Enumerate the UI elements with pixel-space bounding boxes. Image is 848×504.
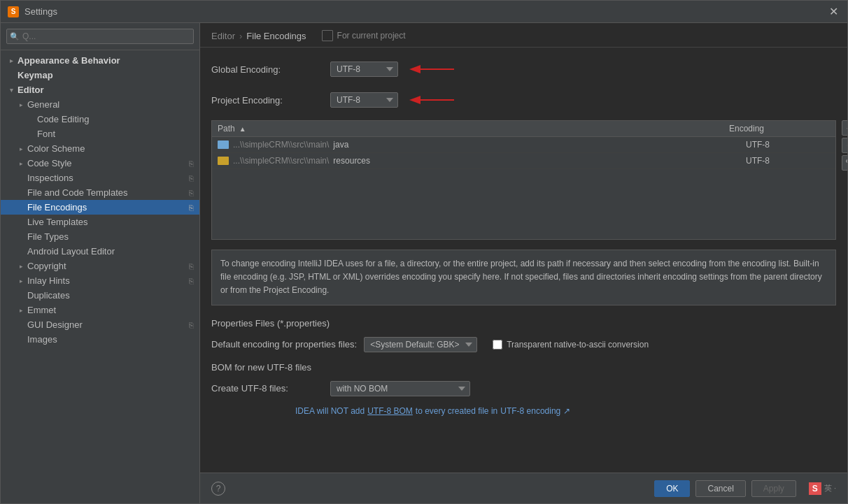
sidebar-item-label: Images [27, 334, 57, 345]
file-encoding-table-wrapper: Path ▲ Encoding ...\\simpleCRM\\src\\mai… [211, 120, 836, 240]
footer: ? OK Cancel Apply S 英 · [200, 473, 847, 503]
expand-arrow-inlay-hints [16, 276, 26, 286]
sidebar-item-label: Appearance & Behavior [17, 55, 120, 66]
transparent-checkbox[interactable] [493, 340, 502, 350]
project-encoding-select[interactable]: UTF-8 UTF-16 ISO-8859-1 [330, 92, 398, 108]
col-actions-header [813, 124, 830, 134]
sidebar-item-live-templates[interactable]: Live Templates [1, 215, 199, 229]
close-button[interactable]: ✕ [829, 6, 840, 17]
table-empty-space [212, 169, 835, 239]
sidebar-item-inspections[interactable]: Inspections ⎘ [1, 171, 199, 185]
folder-icon-yellow [218, 157, 229, 165]
sidebar-item-label: Code Editing [37, 114, 89, 124]
main-panel: Editor › File Encodings For current proj… [200, 23, 847, 503]
sidebar-item-emmet[interactable]: Emmet [1, 303, 199, 317]
col-path-header[interactable]: Path ▲ [218, 124, 729, 134]
project-encoding-label: Project Encoding: [211, 95, 323, 106]
sidebar-item-label: Live Templates [27, 217, 87, 227]
sidebar-item-file-code-templates[interactable]: File and Code Templates ⎘ [1, 185, 199, 200]
table-row[interactable]: ...\\simpleCRM\\src\\main\resources UTF-… [212, 153, 835, 169]
apply-button[interactable]: Apply [751, 480, 796, 497]
breadcrumb: Editor › File Encodings For current proj… [200, 23, 847, 48]
sidebar-item-file-encodings[interactable]: File Encodings ⎘ [1, 200, 199, 215]
project-encoding-row: Project Encoding: UTF-8 UTF-16 ISO-8859-… [211, 89, 836, 110]
edit-row-button[interactable]: ✎ [842, 155, 847, 171]
bom-create-row: Create UTF-8 files: with NO BOM with BOM [211, 381, 836, 396]
sidebar: 🔍 Appearance & Behavior Keymap [1, 23, 200, 503]
sidebar-item-label: Keymap [17, 70, 53, 80]
arrow-annotation-project [405, 89, 461, 110]
bom-section: BOM for new UTF-8 files Create UTF-8 fil… [211, 362, 836, 416]
sidebar-item-duplicates[interactable]: Duplicates [1, 288, 199, 303]
watermark-text: 英 · [824, 483, 836, 494]
info-text: To change encoding IntelliJ IDEA uses fo… [220, 259, 822, 295]
sidebar-item-code-editing[interactable]: Code Editing [1, 112, 199, 127]
idea-note-arrow: ↗ [563, 406, 570, 416]
col-path-label: Path [218, 124, 235, 134]
for-project-label: For current project [337, 31, 406, 41]
encoding-value-1: UTF-8 [746, 140, 830, 150]
folder-icon-blue [218, 141, 229, 149]
settings-body: Global Encoding: UTF-8 UTF-16 ISO-8859-1 [200, 48, 847, 473]
sidebar-item-images[interactable]: Images [1, 332, 199, 347]
properties-encoding-row: Default encoding for properties files: <… [211, 337, 836, 352]
expand-arrow-copyright [16, 261, 26, 271]
path-prefix-1: ...\\simpleCRM\\src\\main\ [233, 140, 329, 150]
for-project-link[interactable]: For current project [322, 30, 406, 41]
window-title: Settings [24, 6, 829, 17]
sidebar-item-label: File Types [27, 231, 69, 242]
idea-note: IDEA will NOT add UTF-8 BOM to every cre… [295, 406, 836, 416]
sidebar-item-file-types[interactable]: File Types [1, 229, 199, 244]
sidebar-item-appearance[interactable]: Appearance & Behavior [1, 53, 199, 68]
app-icon: S [8, 6, 19, 17]
sidebar-item-inlay-hints[interactable]: Inlay Hints ⎘ [1, 273, 199, 288]
sidebar-item-code-style[interactable]: Code Style ⎘ [1, 156, 199, 171]
sidebar-item-label: Inspections [27, 173, 73, 183]
sidebar-item-color-scheme[interactable]: Color Scheme [1, 141, 199, 156]
table-header: Path ▲ Encoding [212, 121, 835, 137]
sidebar-item-keymap[interactable]: Keymap [1, 68, 199, 82]
sidebar-item-gui-designer[interactable]: GUI Designer ⎘ [1, 317, 199, 332]
encoding-value-2: UTF-8 [746, 156, 830, 166]
arrow-annotation-global [405, 59, 461, 80]
table-action-buttons: + − ✎ [842, 120, 847, 171]
cancel-button[interactable]: Cancel [695, 480, 745, 497]
sidebar-item-font[interactable]: Font [1, 127, 199, 141]
idea-note-encoding: UTF-8 encoding [500, 406, 560, 416]
sidebar-item-android-layout[interactable]: Android Layout Editor [1, 244, 199, 259]
copy-icon-file-encodings: ⎘ [189, 203, 194, 212]
sidebar-item-label: File Encodings [27, 202, 87, 213]
search-input[interactable] [6, 29, 194, 44]
help-button[interactable]: ? [211, 482, 225, 496]
search-icon: 🔍 [10, 32, 20, 41]
transparent-label: Transparent native-to-ascii conversion [507, 340, 649, 350]
sort-arrow: ▲ [239, 125, 246, 133]
sidebar-item-copyright[interactable]: Copyright ⎘ [1, 259, 199, 273]
global-encoding-label: Global Encoding: [211, 64, 323, 75]
sidebar-item-general[interactable]: General [1, 97, 199, 112]
path-bold-2: resources [333, 156, 370, 166]
global-encoding-select[interactable]: UTF-8 UTF-16 ISO-8859-1 [330, 62, 398, 77]
sidebar-item-editor[interactable]: Editor [1, 82, 199, 97]
ok-button[interactable]: OK [654, 480, 690, 497]
expand-arrow-color-scheme [16, 144, 26, 154]
add-row-button[interactable]: + [842, 120, 847, 136]
settings-window: S Settings ✕ 🔍 Appearance & Behavior [0, 0, 848, 504]
info-box: To change encoding IntelliJ IDEA uses fo… [211, 250, 836, 305]
table-body: ...\\simpleCRM\\src\\main\java UTF-8 ...… [212, 137, 835, 239]
bom-create-select[interactable]: with NO BOM with BOM [330, 381, 470, 396]
expand-arrow-editor [6, 85, 16, 95]
main-content: 🔍 Appearance & Behavior Keymap [1, 23, 847, 503]
sidebar-item-label: GUI Designer [27, 319, 83, 330]
copy-icon-file-code-templates: ⎘ [189, 189, 194, 197]
breadcrumb-separator: › [239, 31, 242, 41]
sidebar-item-label: General [27, 99, 59, 110]
table-row[interactable]: ...\\simpleCRM\\src\\main\java UTF-8 [212, 137, 835, 153]
col-encoding-header[interactable]: Encoding [729, 124, 813, 134]
watermark-s: S [809, 482, 821, 495]
bom-section-title: BOM for new UTF-8 files [211, 362, 836, 373]
path-bold-1: java [333, 140, 348, 150]
sidebar-item-label: Android Layout Editor [27, 246, 115, 257]
remove-row-button[interactable]: − [842, 138, 847, 153]
properties-encoding-select[interactable]: <System Default: GBK> UTF-8 [364, 337, 477, 352]
